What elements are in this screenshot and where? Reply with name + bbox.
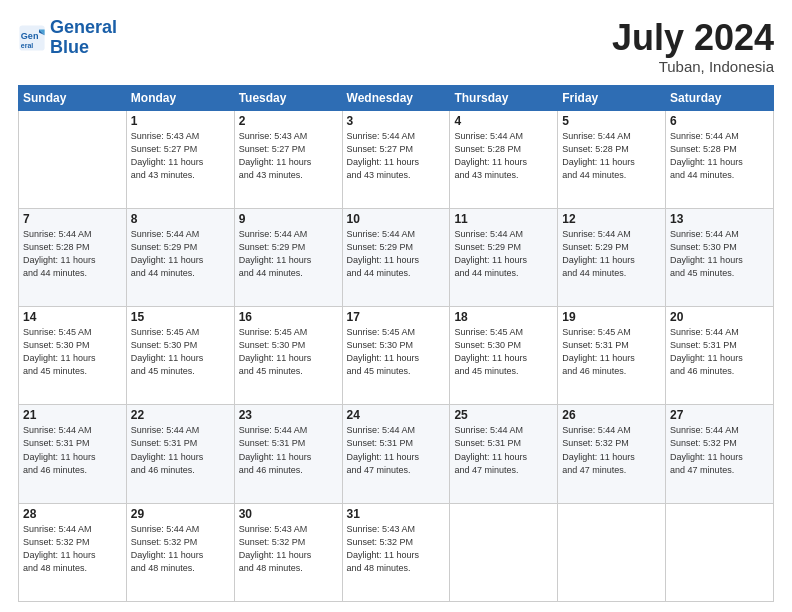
page: Gen eral General Blue July 2024 Tuban, I… <box>0 0 792 612</box>
table-row <box>19 110 127 208</box>
logo-general: General <box>50 17 117 37</box>
logo-text: General Blue <box>50 18 117 58</box>
col-sunday: Sunday <box>19 85 127 110</box>
calendar-header-row: Sunday Monday Tuesday Wednesday Thursday… <box>19 85 774 110</box>
day-number: 1 <box>131 114 230 128</box>
day-info: Sunrise: 5:43 AM Sunset: 5:27 PM Dayligh… <box>131 130 230 182</box>
day-number: 30 <box>239 507 338 521</box>
day-info: Sunrise: 5:44 AM Sunset: 5:31 PM Dayligh… <box>670 326 769 378</box>
day-info: Sunrise: 5:44 AM Sunset: 5:32 PM Dayligh… <box>670 424 769 476</box>
table-row: 14Sunrise: 5:45 AM Sunset: 5:30 PM Dayli… <box>19 307 127 405</box>
table-row: 25Sunrise: 5:44 AM Sunset: 5:31 PM Dayli… <box>450 405 558 503</box>
table-row: 21Sunrise: 5:44 AM Sunset: 5:31 PM Dayli… <box>19 405 127 503</box>
day-info: Sunrise: 5:44 AM Sunset: 5:29 PM Dayligh… <box>347 228 446 280</box>
svg-text:eral: eral <box>21 42 34 49</box>
col-tuesday: Tuesday <box>234 85 342 110</box>
day-number: 21 <box>23 408 122 422</box>
day-info: Sunrise: 5:45 AM Sunset: 5:30 PM Dayligh… <box>454 326 553 378</box>
location-title: Tuban, Indonesia <box>612 58 774 75</box>
day-info: Sunrise: 5:44 AM Sunset: 5:31 PM Dayligh… <box>454 424 553 476</box>
day-number: 6 <box>670 114 769 128</box>
day-info: Sunrise: 5:44 AM Sunset: 5:31 PM Dayligh… <box>131 424 230 476</box>
day-number: 18 <box>454 310 553 324</box>
day-info: Sunrise: 5:44 AM Sunset: 5:28 PM Dayligh… <box>23 228 122 280</box>
day-info: Sunrise: 5:45 AM Sunset: 5:30 PM Dayligh… <box>239 326 338 378</box>
day-info: Sunrise: 5:44 AM Sunset: 5:28 PM Dayligh… <box>670 130 769 182</box>
day-number: 11 <box>454 212 553 226</box>
col-saturday: Saturday <box>666 85 774 110</box>
table-row: 2Sunrise: 5:43 AM Sunset: 5:27 PM Daylig… <box>234 110 342 208</box>
table-row: 15Sunrise: 5:45 AM Sunset: 5:30 PM Dayli… <box>126 307 234 405</box>
table-row: 4Sunrise: 5:44 AM Sunset: 5:28 PM Daylig… <box>450 110 558 208</box>
logo-icon: Gen eral <box>18 24 46 52</box>
day-info: Sunrise: 5:44 AM Sunset: 5:32 PM Dayligh… <box>23 523 122 575</box>
table-row: 13Sunrise: 5:44 AM Sunset: 5:30 PM Dayli… <box>666 208 774 306</box>
day-number: 10 <box>347 212 446 226</box>
day-info: Sunrise: 5:43 AM Sunset: 5:32 PM Dayligh… <box>239 523 338 575</box>
calendar-week-row: 1Sunrise: 5:43 AM Sunset: 5:27 PM Daylig… <box>19 110 774 208</box>
day-number: 5 <box>562 114 661 128</box>
table-row: 29Sunrise: 5:44 AM Sunset: 5:32 PM Dayli… <box>126 503 234 601</box>
day-number: 2 <box>239 114 338 128</box>
day-info: Sunrise: 5:45 AM Sunset: 5:30 PM Dayligh… <box>347 326 446 378</box>
month-title: July 2024 <box>612 18 774 58</box>
table-row: 10Sunrise: 5:44 AM Sunset: 5:29 PM Dayli… <box>342 208 450 306</box>
title-block: July 2024 Tuban, Indonesia <box>612 18 774 75</box>
day-info: Sunrise: 5:45 AM Sunset: 5:30 PM Dayligh… <box>131 326 230 378</box>
table-row: 5Sunrise: 5:44 AM Sunset: 5:28 PM Daylig… <box>558 110 666 208</box>
table-row <box>666 503 774 601</box>
day-info: Sunrise: 5:43 AM Sunset: 5:27 PM Dayligh… <box>239 130 338 182</box>
table-row: 27Sunrise: 5:44 AM Sunset: 5:32 PM Dayli… <box>666 405 774 503</box>
header: Gen eral General Blue July 2024 Tuban, I… <box>18 18 774 75</box>
calendar-week-row: 28Sunrise: 5:44 AM Sunset: 5:32 PM Dayli… <box>19 503 774 601</box>
table-row <box>558 503 666 601</box>
col-monday: Monday <box>126 85 234 110</box>
day-number: 20 <box>670 310 769 324</box>
logo-blue: Blue <box>50 37 89 57</box>
day-number: 3 <box>347 114 446 128</box>
day-info: Sunrise: 5:44 AM Sunset: 5:29 PM Dayligh… <box>131 228 230 280</box>
table-row: 24Sunrise: 5:44 AM Sunset: 5:31 PM Dayli… <box>342 405 450 503</box>
col-thursday: Thursday <box>450 85 558 110</box>
day-number: 16 <box>239 310 338 324</box>
table-row: 19Sunrise: 5:45 AM Sunset: 5:31 PM Dayli… <box>558 307 666 405</box>
day-info: Sunrise: 5:44 AM Sunset: 5:29 PM Dayligh… <box>239 228 338 280</box>
day-number: 15 <box>131 310 230 324</box>
day-info: Sunrise: 5:44 AM Sunset: 5:29 PM Dayligh… <box>562 228 661 280</box>
col-friday: Friday <box>558 85 666 110</box>
table-row: 26Sunrise: 5:44 AM Sunset: 5:32 PM Dayli… <box>558 405 666 503</box>
day-number: 31 <box>347 507 446 521</box>
table-row: 30Sunrise: 5:43 AM Sunset: 5:32 PM Dayli… <box>234 503 342 601</box>
table-row <box>450 503 558 601</box>
day-number: 17 <box>347 310 446 324</box>
day-info: Sunrise: 5:44 AM Sunset: 5:29 PM Dayligh… <box>454 228 553 280</box>
day-info: Sunrise: 5:44 AM Sunset: 5:31 PM Dayligh… <box>239 424 338 476</box>
calendar-week-row: 14Sunrise: 5:45 AM Sunset: 5:30 PM Dayli… <box>19 307 774 405</box>
table-row: 1Sunrise: 5:43 AM Sunset: 5:27 PM Daylig… <box>126 110 234 208</box>
table-row: 22Sunrise: 5:44 AM Sunset: 5:31 PM Dayli… <box>126 405 234 503</box>
svg-text:Gen: Gen <box>21 31 39 41</box>
day-number: 7 <box>23 212 122 226</box>
day-number: 13 <box>670 212 769 226</box>
day-number: 23 <box>239 408 338 422</box>
table-row: 12Sunrise: 5:44 AM Sunset: 5:29 PM Dayli… <box>558 208 666 306</box>
day-info: Sunrise: 5:44 AM Sunset: 5:30 PM Dayligh… <box>670 228 769 280</box>
day-number: 22 <box>131 408 230 422</box>
calendar-week-row: 21Sunrise: 5:44 AM Sunset: 5:31 PM Dayli… <box>19 405 774 503</box>
day-number: 8 <box>131 212 230 226</box>
day-number: 9 <box>239 212 338 226</box>
col-wednesday: Wednesday <box>342 85 450 110</box>
table-row: 11Sunrise: 5:44 AM Sunset: 5:29 PM Dayli… <box>450 208 558 306</box>
day-number: 25 <box>454 408 553 422</box>
day-number: 29 <box>131 507 230 521</box>
table-row: 31Sunrise: 5:43 AM Sunset: 5:32 PM Dayli… <box>342 503 450 601</box>
day-info: Sunrise: 5:44 AM Sunset: 5:32 PM Dayligh… <box>131 523 230 575</box>
day-number: 12 <box>562 212 661 226</box>
table-row: 3Sunrise: 5:44 AM Sunset: 5:27 PM Daylig… <box>342 110 450 208</box>
day-info: Sunrise: 5:45 AM Sunset: 5:31 PM Dayligh… <box>562 326 661 378</box>
table-row: 7Sunrise: 5:44 AM Sunset: 5:28 PM Daylig… <box>19 208 127 306</box>
day-info: Sunrise: 5:44 AM Sunset: 5:31 PM Dayligh… <box>23 424 122 476</box>
day-info: Sunrise: 5:43 AM Sunset: 5:32 PM Dayligh… <box>347 523 446 575</box>
day-number: 24 <box>347 408 446 422</box>
day-number: 19 <box>562 310 661 324</box>
